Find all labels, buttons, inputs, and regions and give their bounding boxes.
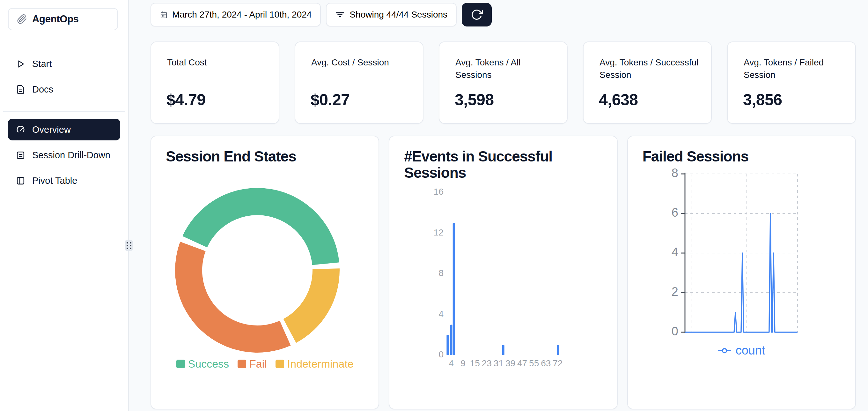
sidebar-item-docs[interactable]: Docs bbox=[8, 79, 120, 100]
stat-card-label: Avg. Tokens / All Sessions bbox=[455, 56, 556, 81]
sessions-filter-button[interactable]: Showing 44/44 Sessions bbox=[326, 3, 457, 27]
y-tick-label: 2 bbox=[672, 285, 678, 298]
stat-card-value: 4,638 bbox=[599, 91, 638, 109]
stat-card-label: Avg. Cost / Session bbox=[311, 56, 411, 68]
count-legend-label: count bbox=[736, 344, 765, 357]
legend-swatch bbox=[238, 360, 246, 368]
y-tick-label: 0 bbox=[439, 349, 444, 359]
y-tick-label: 16 bbox=[434, 187, 443, 197]
refresh-button[interactable] bbox=[462, 3, 492, 27]
y-tick-label: 4 bbox=[672, 245, 678, 259]
sidebar-nav: StartDocsOverviewSession Drill-DownPivot… bbox=[0, 0, 128, 192]
sessions-filter-label: Showing 44/44 Sessions bbox=[349, 9, 447, 20]
legend-label: Fail bbox=[249, 358, 267, 370]
events-histogram-card: #Events in Successful Sessions 048121649… bbox=[389, 136, 617, 409]
sidebar-item-label: Start bbox=[32, 59, 52, 69]
x-tick-label: 4 bbox=[449, 358, 454, 368]
donut-slice-indeterminate bbox=[283, 268, 340, 343]
stat-card: Avg. Cost / Session$0.27 bbox=[294, 41, 424, 124]
sidebar: AgentOps StartDocsOverviewSession Drill-… bbox=[0, 0, 129, 411]
y-tick-label: 0 bbox=[672, 325, 678, 338]
sidebar-item-label: Docs bbox=[32, 84, 53, 95]
x-tick-label: 47 bbox=[517, 358, 527, 368]
filter-icon bbox=[335, 10, 345, 20]
x-tick-label: 15 bbox=[470, 358, 480, 368]
stat-card-label: Avg. Tokens / Failed Session bbox=[744, 56, 844, 81]
legend-item-fail[interactable]: Fail bbox=[238, 358, 267, 370]
gauge-icon bbox=[15, 124, 26, 135]
stat-card-label: Avg. Tokens / Successful Session bbox=[599, 56, 700, 81]
sidebar-section-divider bbox=[3, 111, 125, 112]
y-tick-label: 4 bbox=[439, 309, 444, 319]
y-tick-label: 12 bbox=[434, 228, 443, 237]
stat-card-value: 3,598 bbox=[455, 91, 494, 109]
sidebar-item-session-drill-down[interactable]: Session Drill-Down bbox=[8, 144, 120, 166]
x-tick-label: 55 bbox=[529, 358, 539, 368]
stat-cards-row: Total Cost$4.79Avg. Cost / Session$0.27A… bbox=[151, 41, 856, 124]
y-tick-label: 8 bbox=[439, 268, 444, 278]
date-range-label: March 27th, 2024 - April 10th, 2024 bbox=[172, 9, 312, 20]
donut-legend: SuccessFailIndeterminate bbox=[151, 358, 378, 370]
event-count-bar bbox=[447, 335, 449, 355]
y-tick-label: 8 bbox=[672, 166, 678, 180]
stat-card-label: Total Cost bbox=[167, 56, 267, 68]
event-count-bar bbox=[450, 325, 453, 355]
panel-left-icon bbox=[15, 176, 26, 186]
sidebar-item-label: Overview bbox=[32, 124, 71, 135]
stat-card-value: $4.79 bbox=[166, 91, 206, 109]
event-count-bar bbox=[502, 345, 504, 355]
event-count-bar bbox=[453, 223, 455, 355]
docs-icon bbox=[15, 84, 26, 94]
x-tick-label: 63 bbox=[541, 358, 551, 368]
x-tick-label: 23 bbox=[482, 358, 492, 368]
count-line bbox=[685, 213, 798, 332]
events-bar-chart: 0481216491523313947556372 bbox=[390, 136, 617, 409]
sidebar-item-label: Pivot Table bbox=[32, 176, 77, 186]
legend-item-success[interactable]: Success bbox=[176, 358, 229, 370]
legend-item-indeterminate[interactable]: Indeterminate bbox=[276, 358, 354, 370]
sidebar-item-start[interactable]: Start bbox=[8, 53, 120, 75]
count-legend[interactable]: count bbox=[685, 344, 798, 357]
failed-sessions-line-chart: 02468 bbox=[628, 136, 856, 409]
failed-sessions-card: Failed Sessions 02468 count bbox=[627, 136, 856, 409]
legend-label: Indeterminate bbox=[287, 358, 354, 370]
sidebar-item-overview[interactable]: Overview bbox=[8, 119, 120, 140]
donut-slice-fail bbox=[175, 242, 291, 353]
sidebar-resize-handle[interactable] bbox=[125, 240, 133, 251]
topbar: March 27th, 2024 - April 10th, 2024 Show… bbox=[151, 3, 492, 27]
charts-row: Session End States SuccessFailIndetermin… bbox=[151, 136, 856, 409]
x-tick-label: 31 bbox=[494, 358, 503, 368]
stat-card: Avg. Tokens / All Sessions3,598 bbox=[439, 41, 568, 124]
x-tick-label: 72 bbox=[553, 358, 563, 368]
app-root: AgentOps StartDocsOverviewSession Drill-… bbox=[0, 0, 868, 411]
session-end-states-card: Session End States SuccessFailIndetermin… bbox=[151, 136, 379, 409]
stat-card: Avg. Tokens / Failed Session3,856 bbox=[727, 41, 856, 124]
calendar-icon bbox=[160, 11, 167, 19]
legend-label: Success bbox=[188, 358, 229, 370]
stat-card-value: $0.27 bbox=[311, 91, 350, 109]
count-legend-marker bbox=[717, 347, 732, 354]
play-icon bbox=[15, 59, 26, 69]
legend-swatch bbox=[276, 360, 284, 368]
legend-swatch bbox=[176, 360, 185, 368]
y-tick-label: 6 bbox=[672, 206, 678, 219]
x-tick-label: 9 bbox=[461, 358, 466, 368]
donut-slice-success bbox=[182, 188, 339, 265]
stat-card-value: 3,856 bbox=[743, 91, 782, 109]
x-tick-label: 39 bbox=[505, 358, 515, 368]
stat-card: Total Cost$4.79 bbox=[151, 41, 279, 124]
rows-icon bbox=[15, 150, 26, 160]
refresh-icon bbox=[471, 9, 483, 21]
sidebar-item-label: Session Drill-Down bbox=[32, 150, 110, 160]
stat-card: Avg. Tokens / Successful Session4,638 bbox=[583, 41, 712, 124]
date-range-button[interactable]: March 27th, 2024 - April 10th, 2024 bbox=[151, 3, 321, 27]
event-count-bar bbox=[557, 345, 559, 355]
sidebar-item-pivot-table[interactable]: Pivot Table bbox=[8, 170, 120, 192]
